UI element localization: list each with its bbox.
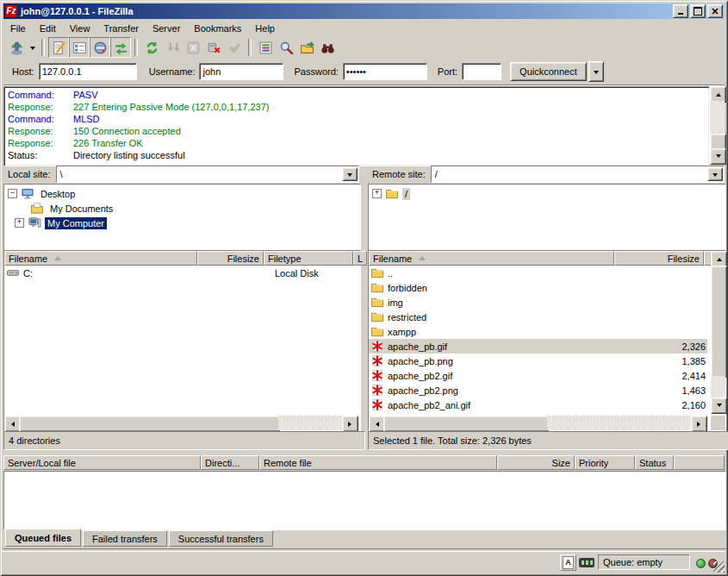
column-header-filetype[interactable]: Filetype [264, 251, 353, 266]
menu-view[interactable]: View [63, 22, 97, 35]
quickconnect-button[interactable]: Quickconnect [510, 62, 587, 81]
column-header-lastmodified[interactable]: L [353, 251, 367, 266]
directory-listing-filters-button[interactable] [255, 37, 276, 58]
username-input[interactable] [199, 63, 283, 80]
disconnect-button[interactable] [203, 37, 224, 58]
menu-bookmarks[interactable]: Bookmarks [187, 22, 248, 35]
column-header-filler [674, 455, 725, 470]
column-header-filesize[interactable]: Filesize [197, 251, 264, 266]
file-search-button[interactable] [276, 37, 296, 58]
my-computer-icon [28, 216, 41, 229]
filename-cell: restricted [369, 310, 619, 323]
tree-item-my-documents[interactable]: My Documents [4, 201, 360, 216]
file-row-selected[interactable]: apache_pb.gif2,326 [369, 339, 707, 354]
file-row[interactable]: xampp [369, 324, 707, 339]
log-line: Response:150 Connection accepted [4, 125, 709, 137]
title-bar[interactable]: Fz john@127.0.0.1 - FileZilla [3, 3, 725, 19]
tab-failed-transfers[interactable]: Failed transfers [83, 530, 167, 547]
host-label: Host: [12, 66, 34, 77]
file-row[interactable]: apache_pb.png1,385 [369, 354, 707, 368]
column-header-filename[interactable]: Filename [4, 251, 197, 266]
column-header-status[interactable]: Status [635, 455, 674, 470]
remote-vertical-scrollbar[interactable] [711, 251, 725, 414]
menu-file[interactable]: File [3, 22, 33, 35]
port-input[interactable] [462, 63, 501, 80]
file-row[interactable]: img [369, 295, 707, 310]
process-queue-button[interactable] [162, 37, 183, 58]
column-header-server-local-file[interactable]: Server/Local file [3, 455, 201, 470]
remote-horizontal-scrollbar[interactable] [369, 416, 707, 430]
remote-status-bar: Selected 1 file. Total size: 2,326 bytes [368, 431, 728, 450]
toggle-remote-tree-button[interactable] [90, 37, 110, 58]
column-header-filename[interactable]: Filename [369, 251, 614, 266]
maximize-button[interactable] [690, 4, 706, 18]
scroll-down-button[interactable] [710, 148, 726, 165]
site-manager-dropdown-button[interactable] [27, 37, 38, 58]
close-button[interactable] [707, 4, 723, 18]
toggle-local-tree-button[interactable] [69, 37, 90, 58]
site-manager-button[interactable] [6, 37, 27, 58]
filter-icon [258, 41, 273, 55]
scrollbar-track[interactable] [547, 416, 693, 430]
tree-item-root[interactable]: + / [369, 186, 725, 201]
menu-help[interactable]: Help [248, 22, 282, 35]
menu-server[interactable]: Server [146, 22, 187, 35]
menu-transfer[interactable]: Transfer [96, 22, 146, 35]
scroll-down-button[interactable] [711, 398, 727, 414]
file-row[interactable]: apache_pb2_ani.gif2,160 [369, 398, 707, 412]
remote-site-value: / [432, 169, 707, 179]
scrollbar-track[interactable] [711, 376, 725, 399]
tab-queued-files[interactable]: Queued files [5, 529, 81, 547]
file-row[interactable]: apache_pb2.png1,463 [369, 383, 707, 398]
my-documents-icon [30, 202, 44, 215]
collapse-expander[interactable]: − [8, 189, 17, 198]
password-input[interactable] [343, 63, 427, 80]
column-header-direction[interactable]: Directi... [201, 455, 259, 470]
synchronized-browsing-button[interactable] [317, 37, 338, 58]
remote-site-dropdown-button[interactable] [707, 167, 723, 181]
column-header-size[interactable]: Size [497, 455, 575, 470]
tab-successful-transfers[interactable]: Successful transfers [169, 530, 273, 547]
scroll-right-button[interactable] [342, 416, 358, 432]
transfer-type-icon[interactable]: A [560, 554, 576, 571]
local-horizontal-scrollbar[interactable] [4, 416, 358, 430]
local-site-combo[interactable]: \ [56, 166, 359, 183]
local-site-dropdown-button[interactable] [342, 167, 358, 181]
log-scrollbar[interactable] [710, 86, 725, 163]
transfer-queue-icon [114, 41, 128, 55]
file-row[interactable]: restricted [369, 310, 707, 324]
resize-grip[interactable] [713, 561, 725, 573]
tree-item-desktop[interactable]: − Desktop [4, 186, 360, 201]
column-header-filesize[interactable]: Filesize [614, 251, 704, 266]
tree-item-my-computer[interactable]: + My Computer [4, 216, 360, 230]
menu-bar: File Edit View Transfer Server Bookmarks… [3, 20, 725, 36]
toggle-transfer-queue-button[interactable] [110, 37, 131, 58]
scroll-right-button[interactable] [691, 416, 707, 432]
refresh-button[interactable] [141, 37, 162, 58]
tree-item-label: My Computer [45, 217, 107, 229]
scrollbar-thumb[interactable] [383, 416, 549, 432]
file-row[interactable]: .. [369, 266, 707, 280]
file-row[interactable]: apache_pb2.gif2,414 [369, 368, 707, 383]
file-row[interactable]: C: Local Disk [4, 266, 358, 280]
sort-ascending-icon [419, 253, 426, 260]
scrollbar-track[interactable] [278, 416, 344, 430]
folder-icon [370, 266, 384, 279]
file-row[interactable]: forbidden [369, 280, 707, 295]
cancel-operation-button[interactable] [183, 37, 203, 58]
reconnect-button[interactable] [224, 37, 245, 58]
minimize-button[interactable] [673, 4, 688, 18]
expand-expander[interactable]: + [15, 218, 24, 228]
column-header-priority[interactable]: Priority [575, 455, 635, 470]
directory-comparison-button[interactable] [296, 37, 317, 58]
scrollbar-thumb[interactable] [711, 266, 727, 378]
quickconnect-dropdown-button[interactable] [588, 61, 604, 82]
column-header-remote-file[interactable]: Remote file [259, 455, 497, 470]
toggle-message-log-button[interactable] [48, 37, 69, 58]
host-input[interactable] [39, 63, 137, 80]
speed-limits-icon[interactable] [579, 558, 594, 567]
menu-edit[interactable]: Edit [33, 22, 63, 35]
remote-site-combo[interactable]: / [431, 166, 725, 183]
scrollbar-thumb[interactable] [19, 416, 280, 432]
expand-expander[interactable]: + [372, 189, 382, 198]
